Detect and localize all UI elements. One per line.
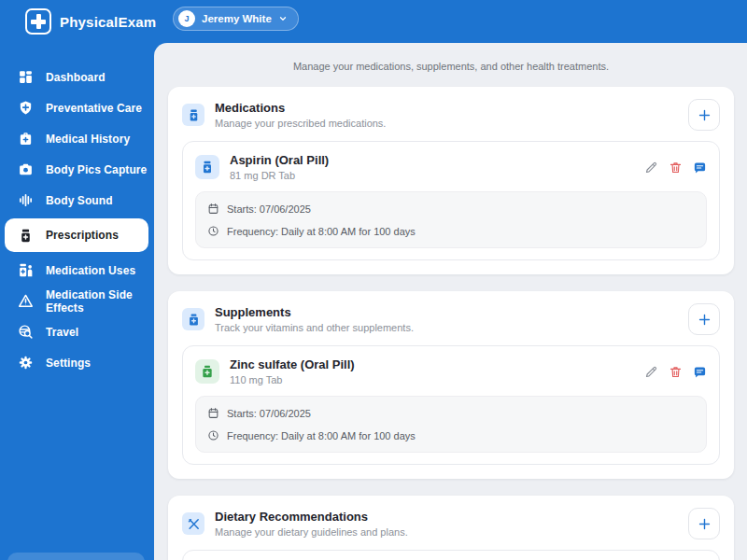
sidebar-nav: Dashboard Preventative Care Medical Hist…: [0, 43, 154, 560]
delete-button[interactable]: [669, 161, 683, 175]
add-dietary-button[interactable]: [688, 508, 720, 539]
sidebar-item-medical-history[interactable]: Medical History: [5, 123, 148, 154]
medication-item: Aspirin (Oral Pill) 81 mg DR Tab: [182, 141, 720, 260]
supplement-jar-icon: [182, 308, 204, 330]
section-title: Dietary Recommendations: [215, 510, 408, 524]
pill-bottle-icon: [195, 155, 219, 179]
plus-icon: [697, 312, 712, 328]
user-name: Jeremy White: [202, 13, 272, 24]
camera-icon: [17, 161, 34, 178]
edit-button[interactable]: [644, 365, 658, 379]
waveform-icon: [17, 192, 34, 209]
user-avatar: J: [178, 10, 195, 27]
clock-icon: [207, 225, 219, 237]
sidebar-item-label: Dashboard: [46, 71, 106, 84]
supplement-jar-icon: [195, 359, 219, 384]
clock-icon: [207, 429, 219, 441]
section-title: Medications: [215, 101, 386, 115]
pill-bottle-icon: [17, 227, 34, 244]
sidebar-bottom-button[interactable]: [7, 553, 145, 560]
sidebar-item-label: Body Pics Capture: [46, 163, 147, 176]
item-detail: 110 mg Tab: [230, 374, 355, 385]
sidebar-item-label: Travel: [46, 326, 78, 339]
sidebar-item-dashboard[interactable]: Dashboard: [5, 62, 148, 92]
dietary-recommendations-card: Dietary Recommendations Manage your diet…: [168, 496, 734, 560]
sidebar-item-body-pics-capture[interactable]: Body Pics Capture: [5, 154, 148, 185]
calendar-icon: [207, 407, 219, 419]
starts-text: Starts: 07/06/2025: [227, 203, 311, 215]
crossed-utensils-icon: [182, 512, 204, 535]
sidebar-item-label: Preventative Care: [46, 102, 142, 115]
dashboard-icon: [17, 69, 34, 86]
app-logo-icon: [25, 8, 51, 35]
edit-button[interactable]: [644, 161, 658, 175]
supplement-item: Zinc sulfate (Oral Pill) 110 mg Tab: [182, 345, 720, 465]
medications-card: Medications Manage your prescribed medic…: [168, 87, 734, 274]
section-title: Supplements: [215, 305, 414, 319]
item-schedule-box: Starts: 07/06/2025 Frequency: Daily at 8…: [195, 191, 707, 248]
medical-bag-icon: [17, 131, 34, 147]
sidebar-item-medication-side-effects[interactable]: Medication Side Effects: [5, 286, 148, 316]
section-subtitle: Track your vitamins and other supplement…: [215, 322, 414, 333]
frequency-text: Frequency: Daily at 8:00 AM for 100 days: [227, 226, 416, 237]
sidebar-item-label: Medication Side Effects: [46, 288, 148, 315]
sidebar-item-label: Settings: [46, 357, 91, 370]
comment-icon: [693, 365, 707, 379]
chevron-down-icon: [278, 14, 288, 23]
page-intro-text: Manage your medications, supplements, an…: [168, 61, 734, 72]
sidebar-item-medication-uses[interactable]: Medication Uses: [5, 255, 148, 286]
trash-icon: [669, 161, 683, 175]
section-subtitle: Manage your dietary guidelines and plans…: [215, 526, 408, 538]
sidebar-item-label: Prescriptions: [46, 229, 119, 242]
sidebar-item-settings[interactable]: Settings: [5, 347, 148, 378]
sidebar-item-travel[interactable]: Travel: [5, 316, 148, 347]
delete-button[interactable]: [669, 365, 683, 379]
item-detail: 81 mg DR Tab: [230, 170, 329, 181]
sidebar-item-preventative-care[interactable]: Preventative Care: [5, 92, 148, 123]
item-name: Aspirin (Oral Pill): [230, 153, 329, 167]
add-supplement-button[interactable]: [688, 303, 720, 335]
globe-search-icon: [17, 324, 34, 341]
dietary-item: Meatballs and spaghetti Lunch: [182, 550, 720, 560]
main-content: Manage your medications, supplements, an…: [154, 43, 747, 560]
item-name: Zinc sulfate (Oral Pill): [230, 357, 355, 371]
item-schedule-box: Starts: 07/06/2025 Frequency: Daily at 8…: [195, 396, 707, 453]
sidebar-item-label: Body Sound: [46, 194, 113, 207]
pencil-icon: [644, 161, 658, 175]
sidebar-item-label: Medication Uses: [46, 264, 135, 277]
section-subtitle: Manage your prescribed medications.: [215, 118, 386, 129]
gear-icon: [17, 355, 34, 371]
pill-bottle-icon: [182, 104, 204, 126]
comment-icon: [693, 161, 707, 175]
add-medication-button[interactable]: [688, 99, 720, 131]
comment-button[interactable]: [693, 365, 707, 379]
medication-person-icon: [17, 262, 34, 279]
calendar-icon: [207, 203, 219, 215]
trash-icon: [669, 365, 683, 379]
shield-plus-icon: [17, 100, 34, 117]
pencil-icon: [644, 365, 658, 379]
starts-text: Starts: 07/06/2025: [227, 408, 311, 419]
user-menu-button[interactable]: J Jeremy White: [173, 7, 299, 31]
supplements-card: Supplements Track your vitamins and othe…: [168, 291, 734, 479]
plus-icon: [697, 516, 712, 532]
sidebar-item-body-sound[interactable]: Body Sound: [5, 185, 148, 216]
warning-triangle-icon: [17, 293, 34, 310]
frequency-text: Frequency: Daily at 8:00 AM for 100 days: [227, 430, 416, 441]
top-header: PhysicalExam J Jeremy White: [0, 0, 747, 43]
sidebar-item-prescriptions[interactable]: Prescriptions: [5, 218, 148, 252]
sidebar-item-label: Medical History: [46, 133, 130, 146]
comment-button[interactable]: [693, 161, 707, 175]
app-name: PhysicalExam: [60, 14, 156, 30]
plus-icon: [697, 107, 712, 123]
